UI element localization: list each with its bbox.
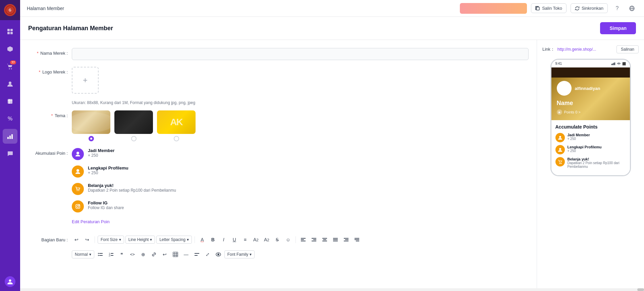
indent-button[interactable]: [341, 235, 351, 244]
link-label: Link：: [542, 46, 555, 52]
table-button[interactable]: [171, 250, 180, 259]
points-circle-icon: ◉: [557, 109, 562, 115]
phone-time: 9:41: [555, 62, 562, 65]
sidebar-item-dashboard[interactable]: [3, 24, 17, 39]
theme-radio-black[interactable]: [131, 136, 137, 141]
salin-toko-button[interactable]: Salin Toko: [531, 3, 567, 13]
header-title: Halaman Member: [27, 6, 456, 11]
preview-button[interactable]: [214, 250, 223, 259]
redo-button[interactable]: ↪: [83, 235, 92, 244]
fullscreen-button[interactable]: ⤢: [203, 250, 212, 259]
accumulate-section: Accumulate Points Jadi Member + 250: [551, 120, 630, 175]
theme-yellow-text: AK: [170, 117, 182, 128]
toolbar-sep-2: [195, 236, 195, 243]
lengkapi-title: Lengkapi Profilemu: [88, 165, 128, 171]
nama-merek-input[interactable]: [72, 48, 529, 60]
bottom-scroll-thumb[interactable]: [637, 288, 644, 291]
italic-button[interactable]: I: [219, 235, 228, 244]
align-left-button[interactable]: [299, 235, 308, 244]
sidebar-item-analytics[interactable]: [3, 42, 17, 56]
code-button[interactable]: <>: [128, 250, 137, 259]
svg-rect-5: [10, 32, 13, 34]
sidebar-item-cart[interactable]: 77: [3, 59, 17, 74]
align-justify-button[interactable]: [331, 235, 340, 244]
paragraph-style-label: Normal: [75, 252, 88, 257]
theme-radio-gold[interactable]: [89, 136, 94, 141]
content-area: * Nama Merek : * Logo Merek : +: [20, 40, 644, 288]
sidebar-item-chart[interactable]: [3, 129, 17, 144]
theme-option-black[interactable]: [114, 110, 153, 141]
svg-rect-50: [173, 252, 178, 257]
underline-button[interactable]: U: [230, 235, 239, 244]
blockquote-button[interactable]: ❝: [117, 250, 126, 259]
follow-ig-icon: [72, 200, 84, 212]
outdent-button[interactable]: [352, 235, 362, 244]
follow-ig-sub: Follow IG dan share: [88, 205, 124, 210]
align-right-button[interactable]: [309, 235, 319, 244]
save-button[interactable]: Simpan: [600, 22, 636, 34]
bottom-scrollbar[interactable]: [20, 288, 644, 291]
align-center-button[interactable]: [320, 235, 329, 244]
clear-format-button[interactable]: S̶: [273, 235, 282, 244]
svg-point-9: [9, 82, 11, 84]
acc-icon-jadi-member: [555, 133, 565, 142]
letter-spacing-dropdown[interactable]: Letter Spacing ▾: [156, 236, 192, 244]
line-height-dropdown[interactable]: Line Height ▾: [125, 236, 155, 244]
undo2-button[interactable]: ↩: [160, 250, 169, 259]
tema-row: * Tema :: [28, 110, 529, 141]
bold-button[interactable]: B: [208, 235, 218, 244]
form-panel: * Nama Merek : * Logo Merek : +: [20, 40, 537, 288]
jadi-member-info: Jadi Member + 250: [88, 148, 114, 158]
link-button[interactable]: [149, 250, 159, 259]
svg-rect-35: [333, 241, 338, 241]
line-height-label: Line Height: [128, 237, 149, 242]
acc-name-belanja-preview: Belanja yuk!: [568, 157, 626, 161]
sidebar-logo: G: [0, 0, 20, 20]
logo-upload-box[interactable]: +: [72, 67, 99, 94]
font-family-dropdown[interactable]: Font Family ▾: [224, 250, 255, 258]
superscript-button[interactable]: A2: [251, 235, 261, 244]
code-block-button[interactable]: ⊕: [139, 250, 148, 259]
svg-rect-2: [7, 29, 10, 31]
subscript-button[interactable]: A2: [262, 235, 271, 244]
svg-point-19: [77, 190, 77, 191]
sidebar-avatar[interactable]: [5, 276, 15, 287]
acc-item-belanja-preview: Belanja yuk! Dapatkan 2 Poin setiap Rp10…: [555, 157, 626, 168]
svg-point-64: [561, 163, 561, 164]
sidebar-item-chat[interactable]: [3, 146, 17, 161]
ordered-list-button[interactable]: 1. 2.: [106, 250, 116, 259]
sinkronkan-button[interactable]: Sinkronkan: [571, 3, 608, 13]
align-left2-button[interactable]: [192, 250, 202, 259]
svg-rect-38: [344, 241, 348, 241]
theme-option-gold[interactable]: [72, 110, 110, 141]
acc-text-lengkapi: Lengkapi Profilemu + 250: [568, 145, 602, 153]
globe-icon[interactable]: [627, 3, 637, 14]
search-bar[interactable]: [460, 3, 527, 14]
font-color-button[interactable]: A: [198, 235, 207, 244]
paragraph-style-dropdown[interactable]: Normal ▾: [72, 250, 94, 258]
undo-button[interactable]: ↩: [72, 235, 81, 244]
lengkapi-sub: + 250: [88, 171, 128, 175]
svg-rect-56: [195, 255, 198, 256]
edit-peraturan-poin-link[interactable]: Edit Peraturan Poin: [72, 219, 529, 224]
sidebar-item-users[interactable]: [3, 77, 17, 91]
svg-rect-47: [111, 253, 113, 254]
toolbar-sep-3: [296, 236, 296, 243]
acc-pts-jadi-member: + 250: [568, 137, 590, 141]
font-size-dropdown[interactable]: Font Size ▾: [98, 236, 124, 244]
emoji-button[interactable]: ☺: [283, 235, 293, 244]
hr-button[interactable]: —: [181, 250, 191, 259]
theme-option-yellow[interactable]: AK: [157, 110, 196, 141]
help-icon[interactable]: ?: [612, 3, 623, 14]
svg-rect-13: [11, 134, 13, 139]
strikethrough-button[interactable]: ≡: [240, 235, 250, 244]
member-name-field: Name: [557, 100, 625, 107]
theme-radio-yellow[interactable]: [174, 136, 179, 141]
letter-spacing-chevron: ▾: [187, 237, 189, 242]
top-header: Halaman Member Salin Toko Sinkronkan ?: [20, 0, 644, 17]
sidebar-item-products[interactable]: [3, 94, 17, 109]
unordered-list-button[interactable]: [96, 250, 105, 259]
copy-button[interactable]: Salinan: [616, 45, 639, 53]
sidebar-item-discount[interactable]: %: [3, 111, 17, 126]
svg-point-14: [9, 280, 11, 282]
